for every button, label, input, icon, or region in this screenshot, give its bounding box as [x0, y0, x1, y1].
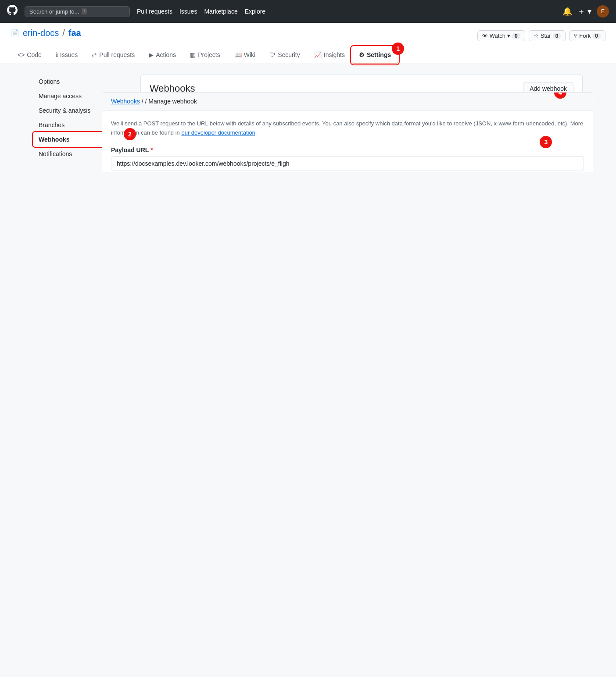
notification-bell[interactable]: 🔔: [562, 7, 572, 16]
main-content: Options Manage access Security & analysi…: [23, 64, 593, 172]
repo-name-link[interactable]: faa: [68, 28, 81, 38]
repo-owner-link[interactable]: erin-docs: [23, 28, 59, 38]
step-badge-1: 1: [392, 43, 404, 55]
search-box[interactable]: Search or jump to... /: [25, 6, 130, 17]
payload-url-input[interactable]: [111, 156, 584, 171]
star-icon: ☆: [534, 32, 539, 39]
top-nav-links: Pull requests Issues Marketplace Explore: [137, 8, 265, 15]
fork-count: 0: [592, 33, 601, 39]
fork-button[interactable]: ⑂ Fork 0: [569, 30, 605, 41]
repo-sep: /: [62, 28, 65, 38]
insights-icon: 📈: [314, 51, 322, 58]
required-star: *: [150, 146, 153, 153]
step-badge-3: 3: [540, 136, 552, 148]
repo-header: 📄 erin-docs / faa 👁 Watch ▾ 0 ☆ Star 0 ⑂…: [0, 23, 616, 64]
settings-icon: ⚙: [359, 51, 365, 58]
tab-insights[interactable]: 📈 Insights: [307, 47, 352, 64]
security-icon: 🛡: [269, 51, 276, 58]
github-logo[interactable]: [7, 5, 18, 18]
payload-url-section: Payload URL *: [111, 146, 584, 171]
nav-pull-requests[interactable]: Pull requests: [137, 8, 172, 15]
star-count: 0: [553, 33, 561, 39]
top-nav-right: 🔔 ＋ ▾ E: [562, 5, 609, 18]
breadcrumb-webhooks[interactable]: Webhooks: [111, 98, 140, 105]
watch-dropdown-icon: ▾: [507, 32, 510, 39]
avatar[interactable]: E: [597, 5, 609, 18]
tab-pull-requests[interactable]: ⇄ Pull requests: [85, 47, 142, 64]
nav-issues[interactable]: Issues: [179, 8, 197, 15]
payload-url-label: Payload URL: [111, 146, 149, 153]
manage-webhook-panel: Webhooks / / Manage webhook We'll send a…: [102, 92, 593, 172]
tab-security[interactable]: 🛡 Security: [262, 47, 307, 64]
wiki-icon: 📖: [234, 51, 242, 58]
actions-icon: ▶: [149, 51, 154, 58]
repo-actions: 👁 Watch ▾ 0 ☆ Star 0 ⑂ Fork 0: [477, 30, 605, 41]
fork-icon: ⑂: [574, 32, 577, 39]
repo-icon: 📄: [11, 29, 19, 37]
eye-icon: 👁: [482, 32, 488, 39]
search-placeholder: Search or jump to...: [29, 8, 79, 15]
star-button[interactable]: ☆ Star 0: [529, 30, 566, 41]
code-icon: <>: [18, 51, 25, 58]
new-item-plus[interactable]: ＋ ▾: [577, 6, 591, 17]
projects-icon: ▦: [190, 51, 196, 58]
tab-issues[interactable]: ℹ Issues: [49, 47, 85, 64]
pr-icon: ⇄: [92, 51, 97, 58]
tab-settings[interactable]: ⚙ Settings: [352, 47, 398, 64]
nav-marketplace[interactable]: Marketplace: [204, 8, 237, 15]
repo-title: 📄 erin-docs / faa: [11, 28, 81, 38]
watch-button[interactable]: 👁 Watch ▾ 0: [477, 30, 525, 41]
repo-tabs: <> Code ℹ Issues ⇄ Pull requests ▶ Actio…: [11, 47, 605, 64]
developer-docs-link[interactable]: our developer documentation: [181, 129, 255, 136]
manage-body: We'll send a POST request to the URL bel…: [102, 110, 593, 172]
manage-header: Webhooks / / Manage webhook: [102, 93, 593, 110]
tab-wiki[interactable]: 📖 Wiki: [227, 47, 262, 64]
watch-count: 0: [512, 33, 520, 39]
nav-explore[interactable]: Explore: [245, 8, 265, 15]
issues-icon: ℹ: [56, 51, 58, 58]
sidebar-item-options[interactable]: Options: [33, 75, 130, 89]
tab-code[interactable]: <> Code: [11, 47, 49, 64]
tab-projects[interactable]: ▦ Projects: [183, 47, 227, 64]
breadcrumb-sep: /: [142, 98, 143, 105]
tab-actions[interactable]: ▶ Actions: [142, 47, 183, 64]
top-nav: Search or jump to... / Pull requests Iss…: [0, 0, 616, 23]
manage-desc: We'll send a POST request to the URL bel…: [111, 119, 584, 138]
step-badge-2: 2: [124, 128, 136, 140]
search-kbd: /: [82, 8, 86, 14]
